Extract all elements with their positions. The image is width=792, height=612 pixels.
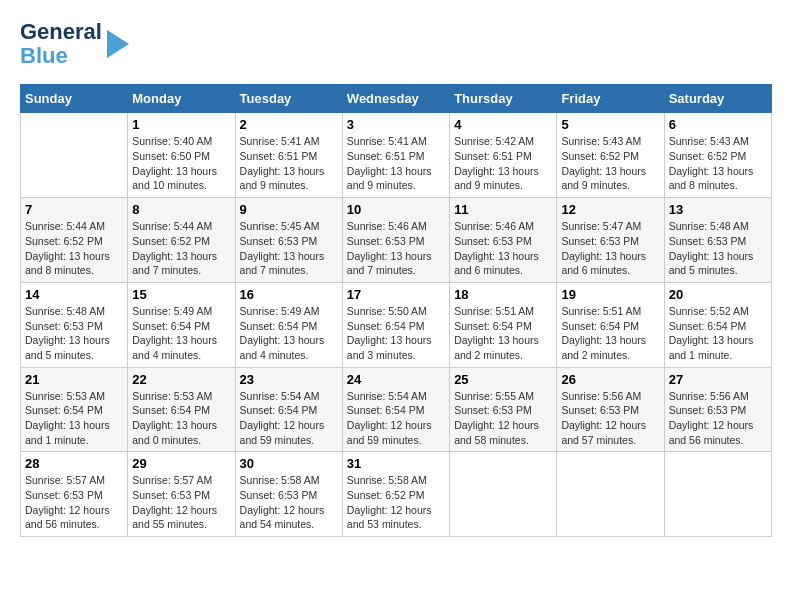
day-number: 29 bbox=[132, 456, 230, 471]
logo: General Blue bbox=[20, 20, 129, 68]
calendar-cell: 18Sunrise: 5:51 AM Sunset: 6:54 PM Dayli… bbox=[450, 282, 557, 367]
calendar-body: 1Sunrise: 5:40 AM Sunset: 6:50 PM Daylig… bbox=[21, 113, 772, 537]
column-header-tuesday: Tuesday bbox=[235, 85, 342, 113]
calendar-cell: 19Sunrise: 5:51 AM Sunset: 6:54 PM Dayli… bbox=[557, 282, 664, 367]
calendar-cell bbox=[664, 452, 771, 537]
day-info: Sunrise: 5:53 AM Sunset: 6:54 PM Dayligh… bbox=[25, 389, 123, 448]
calendar-cell bbox=[557, 452, 664, 537]
calendar-cell: 5Sunrise: 5:43 AM Sunset: 6:52 PM Daylig… bbox=[557, 113, 664, 198]
week-row-1: 1Sunrise: 5:40 AM Sunset: 6:50 PM Daylig… bbox=[21, 113, 772, 198]
column-header-saturday: Saturday bbox=[664, 85, 771, 113]
day-info: Sunrise: 5:41 AM Sunset: 6:51 PM Dayligh… bbox=[240, 134, 338, 193]
calendar-cell: 3Sunrise: 5:41 AM Sunset: 6:51 PM Daylig… bbox=[342, 113, 449, 198]
day-number: 21 bbox=[25, 372, 123, 387]
day-info: Sunrise: 5:54 AM Sunset: 6:54 PM Dayligh… bbox=[240, 389, 338, 448]
column-header-wednesday: Wednesday bbox=[342, 85, 449, 113]
calendar-cell: 2Sunrise: 5:41 AM Sunset: 6:51 PM Daylig… bbox=[235, 113, 342, 198]
day-number: 20 bbox=[669, 287, 767, 302]
day-number: 25 bbox=[454, 372, 552, 387]
logo-arrow-icon bbox=[107, 30, 129, 58]
day-number: 5 bbox=[561, 117, 659, 132]
day-info: Sunrise: 5:44 AM Sunset: 6:52 PM Dayligh… bbox=[132, 219, 230, 278]
day-number: 15 bbox=[132, 287, 230, 302]
day-info: Sunrise: 5:57 AM Sunset: 6:53 PM Dayligh… bbox=[25, 473, 123, 532]
day-number: 3 bbox=[347, 117, 445, 132]
week-row-4: 21Sunrise: 5:53 AM Sunset: 6:54 PM Dayli… bbox=[21, 367, 772, 452]
day-number: 1 bbox=[132, 117, 230, 132]
day-number: 13 bbox=[669, 202, 767, 217]
logo-general: General bbox=[20, 20, 102, 44]
day-number: 26 bbox=[561, 372, 659, 387]
page-header: General Blue bbox=[20, 20, 772, 68]
week-row-3: 14Sunrise: 5:48 AM Sunset: 6:53 PM Dayli… bbox=[21, 282, 772, 367]
week-row-2: 7Sunrise: 5:44 AM Sunset: 6:52 PM Daylig… bbox=[21, 198, 772, 283]
calendar-cell bbox=[21, 113, 128, 198]
day-number: 16 bbox=[240, 287, 338, 302]
calendar-cell: 21Sunrise: 5:53 AM Sunset: 6:54 PM Dayli… bbox=[21, 367, 128, 452]
column-header-thursday: Thursday bbox=[450, 85, 557, 113]
day-info: Sunrise: 5:48 AM Sunset: 6:53 PM Dayligh… bbox=[25, 304, 123, 363]
day-number: 10 bbox=[347, 202, 445, 217]
day-info: Sunrise: 5:42 AM Sunset: 6:51 PM Dayligh… bbox=[454, 134, 552, 193]
day-info: Sunrise: 5:49 AM Sunset: 6:54 PM Dayligh… bbox=[132, 304, 230, 363]
calendar-cell: 26Sunrise: 5:56 AM Sunset: 6:53 PM Dayli… bbox=[557, 367, 664, 452]
day-info: Sunrise: 5:49 AM Sunset: 6:54 PM Dayligh… bbox=[240, 304, 338, 363]
calendar-cell: 7Sunrise: 5:44 AM Sunset: 6:52 PM Daylig… bbox=[21, 198, 128, 283]
calendar-cell: 24Sunrise: 5:54 AM Sunset: 6:54 PM Dayli… bbox=[342, 367, 449, 452]
calendar-cell: 13Sunrise: 5:48 AM Sunset: 6:53 PM Dayli… bbox=[664, 198, 771, 283]
day-number: 12 bbox=[561, 202, 659, 217]
column-header-monday: Monday bbox=[128, 85, 235, 113]
calendar-cell bbox=[450, 452, 557, 537]
day-info: Sunrise: 5:57 AM Sunset: 6:53 PM Dayligh… bbox=[132, 473, 230, 532]
day-info: Sunrise: 5:50 AM Sunset: 6:54 PM Dayligh… bbox=[347, 304, 445, 363]
column-header-friday: Friday bbox=[557, 85, 664, 113]
calendar-cell: 11Sunrise: 5:46 AM Sunset: 6:53 PM Dayli… bbox=[450, 198, 557, 283]
calendar-cell: 23Sunrise: 5:54 AM Sunset: 6:54 PM Dayli… bbox=[235, 367, 342, 452]
day-info: Sunrise: 5:47 AM Sunset: 6:53 PM Dayligh… bbox=[561, 219, 659, 278]
day-info: Sunrise: 5:58 AM Sunset: 6:53 PM Dayligh… bbox=[240, 473, 338, 532]
day-info: Sunrise: 5:45 AM Sunset: 6:53 PM Dayligh… bbox=[240, 219, 338, 278]
day-number: 31 bbox=[347, 456, 445, 471]
day-info: Sunrise: 5:58 AM Sunset: 6:52 PM Dayligh… bbox=[347, 473, 445, 532]
day-info: Sunrise: 5:46 AM Sunset: 6:53 PM Dayligh… bbox=[454, 219, 552, 278]
calendar-cell: 16Sunrise: 5:49 AM Sunset: 6:54 PM Dayli… bbox=[235, 282, 342, 367]
day-number: 27 bbox=[669, 372, 767, 387]
calendar-header-row: SundayMondayTuesdayWednesdayThursdayFrid… bbox=[21, 85, 772, 113]
day-info: Sunrise: 5:55 AM Sunset: 6:53 PM Dayligh… bbox=[454, 389, 552, 448]
day-info: Sunrise: 5:46 AM Sunset: 6:53 PM Dayligh… bbox=[347, 219, 445, 278]
calendar-cell: 27Sunrise: 5:56 AM Sunset: 6:53 PM Dayli… bbox=[664, 367, 771, 452]
day-number: 7 bbox=[25, 202, 123, 217]
day-info: Sunrise: 5:44 AM Sunset: 6:52 PM Dayligh… bbox=[25, 219, 123, 278]
week-row-5: 28Sunrise: 5:57 AM Sunset: 6:53 PM Dayli… bbox=[21, 452, 772, 537]
day-info: Sunrise: 5:52 AM Sunset: 6:54 PM Dayligh… bbox=[669, 304, 767, 363]
day-number: 23 bbox=[240, 372, 338, 387]
calendar-cell: 12Sunrise: 5:47 AM Sunset: 6:53 PM Dayli… bbox=[557, 198, 664, 283]
day-number: 14 bbox=[25, 287, 123, 302]
calendar-cell: 1Sunrise: 5:40 AM Sunset: 6:50 PM Daylig… bbox=[128, 113, 235, 198]
day-number: 6 bbox=[669, 117, 767, 132]
day-number: 24 bbox=[347, 372, 445, 387]
day-info: Sunrise: 5:40 AM Sunset: 6:50 PM Dayligh… bbox=[132, 134, 230, 193]
calendar-cell: 30Sunrise: 5:58 AM Sunset: 6:53 PM Dayli… bbox=[235, 452, 342, 537]
calendar-table: SundayMondayTuesdayWednesdayThursdayFrid… bbox=[20, 84, 772, 537]
day-number: 22 bbox=[132, 372, 230, 387]
day-info: Sunrise: 5:51 AM Sunset: 6:54 PM Dayligh… bbox=[454, 304, 552, 363]
day-info: Sunrise: 5:43 AM Sunset: 6:52 PM Dayligh… bbox=[669, 134, 767, 193]
day-number: 11 bbox=[454, 202, 552, 217]
calendar-cell: 20Sunrise: 5:52 AM Sunset: 6:54 PM Dayli… bbox=[664, 282, 771, 367]
day-number: 2 bbox=[240, 117, 338, 132]
day-info: Sunrise: 5:43 AM Sunset: 6:52 PM Dayligh… bbox=[561, 134, 659, 193]
day-info: Sunrise: 5:41 AM Sunset: 6:51 PM Dayligh… bbox=[347, 134, 445, 193]
day-number: 28 bbox=[25, 456, 123, 471]
day-info: Sunrise: 5:54 AM Sunset: 6:54 PM Dayligh… bbox=[347, 389, 445, 448]
calendar-cell: 17Sunrise: 5:50 AM Sunset: 6:54 PM Dayli… bbox=[342, 282, 449, 367]
day-number: 4 bbox=[454, 117, 552, 132]
day-number: 17 bbox=[347, 287, 445, 302]
column-header-sunday: Sunday bbox=[21, 85, 128, 113]
calendar-cell: 29Sunrise: 5:57 AM Sunset: 6:53 PM Dayli… bbox=[128, 452, 235, 537]
calendar-cell: 15Sunrise: 5:49 AM Sunset: 6:54 PM Dayli… bbox=[128, 282, 235, 367]
calendar-cell: 31Sunrise: 5:58 AM Sunset: 6:52 PM Dayli… bbox=[342, 452, 449, 537]
calendar-cell: 10Sunrise: 5:46 AM Sunset: 6:53 PM Dayli… bbox=[342, 198, 449, 283]
day-info: Sunrise: 5:51 AM Sunset: 6:54 PM Dayligh… bbox=[561, 304, 659, 363]
day-number: 8 bbox=[132, 202, 230, 217]
